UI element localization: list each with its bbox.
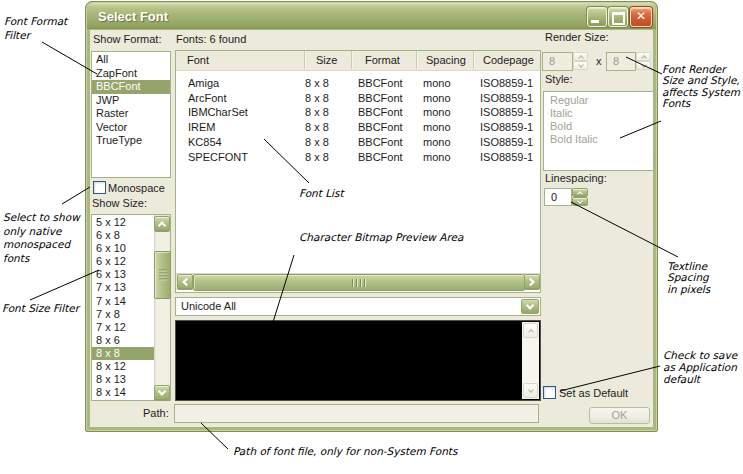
cell-format: BBCFont [358,76,403,91]
render-height-up-button [636,52,651,61]
format-item-raster[interactable]: Raster [92,107,170,121]
show-size-listbox: 5 x 12 6 x 8 6 x 10 6 x 12 6 x 13 7 x 13… [91,214,171,401]
format-item-vector[interactable]: Vector [92,121,170,135]
chevron-down-icon [526,301,534,309]
linespacing-field[interactable]: 0 [544,188,572,206]
column-header-font[interactable]: Font [176,51,305,69]
render-width-field: 8 [542,52,573,71]
size-item[interactable]: 7 x 13 [92,281,154,294]
chevron-up-icon [158,221,166,229]
cell-format: BBCFont [358,91,403,106]
set-default-checkbox[interactable] [543,386,556,399]
linespacing-up-button[interactable] [572,188,588,197]
font-list-hscrollbar-left-button[interactable] [177,274,193,290]
show-format-listbox: All ZapFont BBCFont JWP Raster Vector Tr… [91,51,171,178]
size-items-container: 5 x 12 6 x 8 6 x 10 6 x 12 6 x 13 7 x 13… [92,216,154,399]
annotation-path: Path of font file, only for non-System F… [233,445,457,457]
linespacing-value: 0 [551,191,557,203]
close-button[interactable]: ✕ [630,7,652,27]
chevron-down-icon [528,387,534,393]
format-item-zapfont[interactable]: ZapFont [92,67,170,81]
cell-spacing: mono [423,135,451,150]
cell-spacing: mono [423,120,451,135]
cell-spacing: mono [423,105,451,120]
character-preview-area [175,320,541,401]
chevron-left-icon [182,278,190,286]
size-item[interactable]: 6 x 10 [92,242,154,255]
linespacing-label: Linespacing: [545,172,607,184]
font-row-amiga[interactable]: Amiga 8 x 8 BBCFont mono ISO8859-1 [176,76,540,91]
render-width-value: 8 [549,55,555,67]
font-row-arcfont[interactable]: ArcFont 8 x 8 BBCFont mono ISO8859-1 [176,91,540,106]
monospace-label: Monospace [108,182,165,194]
charset-dropdown-button[interactable] [521,299,539,314]
format-item-jwp[interactable]: JWP [92,94,170,108]
size-item[interactable]: 8 x 14 [92,386,154,399]
charset-combobox[interactable]: Unicode All [175,297,541,316]
column-header-spacing[interactable]: Spacing [417,51,474,69]
size-item[interactable]: 5 x 12 [92,216,154,229]
column-header-format[interactable]: Format [352,51,417,69]
chevron-down-icon [158,387,166,395]
font-row-kc854[interactable]: KC854 8 x 8 BBCFont mono ISO8859-1 [176,135,540,150]
format-item-truetype[interactable]: TrueType [92,134,170,148]
cell-format: BBCFont [358,105,403,120]
render-width-up-button [573,52,588,61]
size-scrollbar-down-button[interactable] [154,385,170,401]
chevron-up-icon [528,329,534,335]
cell-size: 8 x 8 [305,91,329,106]
size-item-selected[interactable]: 8 x 8 [92,347,154,360]
size-item[interactable]: 6 x 12 [92,255,154,268]
cell-size: 8 x 8 [305,120,329,135]
chevron-up-icon [641,55,647,61]
cell-spacing: mono [423,91,451,106]
chevron-down-icon [577,198,583,204]
column-header-font-label: Font [176,54,209,66]
ok-button[interactable]: OK [589,407,650,424]
font-row-ibmcharset[interactable]: IBMCharSet 8 x 8 BBCFont mono ISO8859-1 [176,105,540,120]
chevron-down-icon [641,62,647,68]
charset-combobox-value: Unicode All [181,300,236,312]
size-item[interactable]: 8 x 13 [92,373,154,386]
format-item-bbcfont[interactable]: BBCFont [92,80,170,94]
font-list-hscrollbar-thumb[interactable] [193,274,525,291]
render-size-separator: x [596,55,602,67]
size-item[interactable]: 8 x 6 [92,334,154,347]
font-row-irem[interactable]: IREM 8 x 8 BBCFont mono ISO8859-1 [176,120,540,135]
cell-font-name: ArcFont [188,91,227,106]
size-item[interactable]: 6 x 13 [92,268,154,281]
size-item[interactable]: 7 x 14 [92,295,154,308]
preview-scrollbar-track [522,322,539,399]
size-scrollbar-track[interactable] [154,215,170,400]
fonts-found-label: Fonts: 6 found [176,33,246,45]
annotation-preview: Character Bitmap Preview Area [299,231,463,243]
render-height-down-button [636,61,651,70]
render-width-down-button [573,61,588,70]
column-header-size[interactable]: Size [305,51,352,69]
style-item-italic: Italic [544,107,653,120]
cell-format: BBCFont [358,135,403,150]
chevron-up-icon [577,191,583,197]
render-height-field: 8 [606,52,636,71]
cell-codepage: ISO8859-1 [480,105,533,120]
size-item[interactable]: 6 x 8 [92,229,154,242]
size-item[interactable]: 8 x 12 [92,360,154,373]
size-scrollbar-up-button[interactable] [154,216,170,232]
size-item[interactable]: 7 x 12 [92,321,154,334]
show-format-label: Show Format: [93,33,161,45]
title-bar[interactable]: Select Font [87,3,656,29]
linespacing-down-button[interactable] [572,197,588,206]
monospace-checkbox[interactable] [93,181,106,194]
format-item-all[interactable]: All [92,53,170,67]
maximize-button[interactable] [608,7,628,27]
font-row-specfont[interactable]: SPECFONT 8 x 8 BBCFont mono ISO8859-1 [176,150,540,165]
size-item[interactable]: 7 x 8 [92,308,154,321]
thumb-grip-icon [351,279,367,287]
column-header-codepage[interactable]: Codepage [474,51,538,69]
font-list-hscrollbar-right-button[interactable] [524,274,540,290]
size-scrollbar-thumb[interactable] [154,251,171,299]
path-field[interactable] [174,404,539,423]
annotation-set-default: Check to save as Application default [663,350,737,386]
minimize-button[interactable] [587,7,607,27]
cell-codepage: ISO8859-1 [480,76,533,91]
